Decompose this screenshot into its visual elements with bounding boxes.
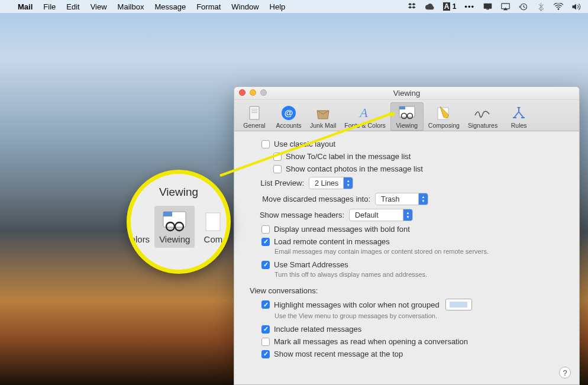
menu-help[interactable]: Help — [270, 2, 286, 11]
svg-text:@: @ — [285, 108, 293, 118]
menu-format[interactable]: Format — [196, 2, 221, 11]
tab-accounts[interactable]: @ Accounts — [272, 102, 305, 131]
menu-message[interactable]: Message — [154, 2, 186, 11]
zoom-button[interactable] — [260, 89, 267, 96]
preferences-window: Viewing General @ Accounts Junk Mail A F… — [234, 86, 580, 385]
label-display-unread-bold: Display unread messages with bold font — [274, 225, 410, 234]
menu-file[interactable]: File — [43, 2, 56, 11]
menu-window[interactable]: Window — [231, 2, 259, 11]
composing-icon — [435, 105, 453, 121]
wifi-icon[interactable] — [554, 2, 563, 11]
label-move-discarded: Move discarded messages into: — [250, 195, 375, 203]
svg-rect-5 — [251, 109, 257, 109]
junk-icon — [314, 105, 332, 121]
bluetooth-icon[interactable] — [536, 2, 545, 11]
viewing-pane: Use classic layout Show To/Cc label in t… — [234, 131, 579, 384]
check-use-classic-layout[interactable] — [261, 140, 270, 148]
heading-view-conversations: View conversations: — [250, 286, 564, 295]
callout-composing-icon — [199, 209, 227, 233]
menubar-right: A 1 ••• — [408, 2, 581, 11]
svg-rect-22 — [206, 213, 220, 231]
callout-title: Viewing — [159, 186, 198, 199]
signatures-icon — [474, 105, 492, 121]
callout-center-tab: Viewing — [154, 206, 195, 248]
sub-use-smart-addresses: Turn this off to always display names an… — [274, 271, 564, 278]
tab-general[interactable]: General — [238, 102, 271, 131]
minimize-button[interactable] — [250, 89, 256, 96]
timemachine-icon[interactable] — [518, 2, 528, 11]
label-highlight-color: Highlight messages with color when not g… — [274, 300, 440, 309]
check-display-unread-bold[interactable] — [261, 225, 270, 234]
more-icon[interactable]: ••• — [464, 2, 474, 11]
svg-rect-7 — [251, 112, 257, 113]
menu-mailbox[interactable]: Mailbox — [118, 2, 144, 11]
help-button[interactable]: ? — [559, 367, 571, 378]
callout-left-tab: olors — [127, 203, 154, 248]
accounts-icon: @ — [280, 105, 298, 121]
tab-fonts-colors[interactable]: A Fonts & Colors — [341, 102, 389, 131]
select-move-discarded[interactable]: Trash — [375, 193, 428, 205]
check-use-smart-addresses[interactable] — [261, 261, 270, 269]
dropbox-icon[interactable] — [408, 2, 417, 11]
check-highlight-color[interactable] — [261, 300, 270, 309]
callout-viewing-icon — [161, 209, 188, 233]
svg-rect-12 — [399, 106, 405, 109]
check-mark-all-read[interactable] — [261, 338, 270, 346]
fonts-colors-icon: A — [356, 105, 374, 121]
svg-rect-1 — [486, 9, 489, 10]
cloud-icon[interactable] — [425, 2, 435, 11]
select-list-preview[interactable]: 2 Lines — [309, 177, 353, 189]
adobe-indicator[interactable]: A 1 — [443, 2, 457, 11]
titlebar[interactable]: Viewing — [234, 87, 579, 100]
tab-junk-mail[interactable]: Junk Mail — [306, 102, 340, 131]
menu-app[interactable]: Mail — [18, 2, 33, 11]
label-show-headers: Show message headers: — [250, 211, 349, 219]
callout-right-tab: Com — [195, 206, 231, 248]
menu-edit[interactable]: Edit — [66, 2, 79, 11]
check-show-contact-photos[interactable] — [273, 165, 282, 173]
tab-rules[interactable]: Rules — [502, 102, 535, 131]
label-show-most-recent: Show most recent message at the top — [274, 350, 403, 358]
check-include-related[interactable] — [261, 325, 270, 334]
svg-rect-0 — [483, 4, 492, 9]
svg-rect-6 — [251, 111, 257, 111]
menu-view[interactable]: View — [91, 2, 107, 11]
svg-rect-19 — [163, 212, 172, 216]
prefs-toolbar: General @ Accounts Junk Mail A Fonts & C… — [234, 100, 579, 131]
viewing-icon — [398, 105, 416, 121]
display-icon[interactable] — [483, 2, 492, 11]
label-use-smart-addresses: Use Smart Addresses — [274, 260, 348, 269]
label-use-classic-layout: Use classic layout — [274, 140, 335, 148]
label-mark-all-read: Mark all messages as read when opening a… — [274, 337, 468, 346]
airplay-icon[interactable] — [500, 2, 510, 11]
sub-load-remote: Email messages may contain images or con… — [274, 248, 564, 255]
check-show-tocc[interactable] — [273, 153, 282, 161]
general-icon — [245, 105, 263, 121]
label-list-preview: List Preview: — [250, 179, 309, 187]
window-title: Viewing — [393, 89, 420, 98]
close-button[interactable] — [239, 89, 245, 96]
tab-composing[interactable]: Composing — [425, 102, 463, 131]
callout-bubble: Viewing olors Viewing Com — [127, 170, 231, 274]
label-show-tocc: Show To/Cc label in the message list — [286, 152, 411, 161]
volume-icon[interactable] — [571, 2, 581, 11]
tab-signatures[interactable]: Signatures — [464, 102, 501, 131]
label-include-related: Include related messages — [274, 325, 361, 334]
svg-text:A: A — [358, 105, 368, 120]
sub-highlight-color: Use the View menu to group messages by c… — [274, 312, 564, 319]
menubar: Mail File Edit View Mailbox Message Form… — [0, 0, 588, 13]
rules-icon — [510, 105, 528, 121]
label-load-remote: Load remote content in messages — [274, 237, 390, 246]
label-show-contact-photos: Show contact photos in the message list — [286, 164, 423, 173]
check-load-remote[interactable] — [261, 238, 270, 246]
highlight-color-swatch[interactable] — [445, 299, 472, 310]
check-show-most-recent[interactable] — [261, 350, 270, 358]
select-show-headers[interactable]: Default — [349, 209, 413, 221]
tab-viewing[interactable]: Viewing — [390, 102, 424, 131]
